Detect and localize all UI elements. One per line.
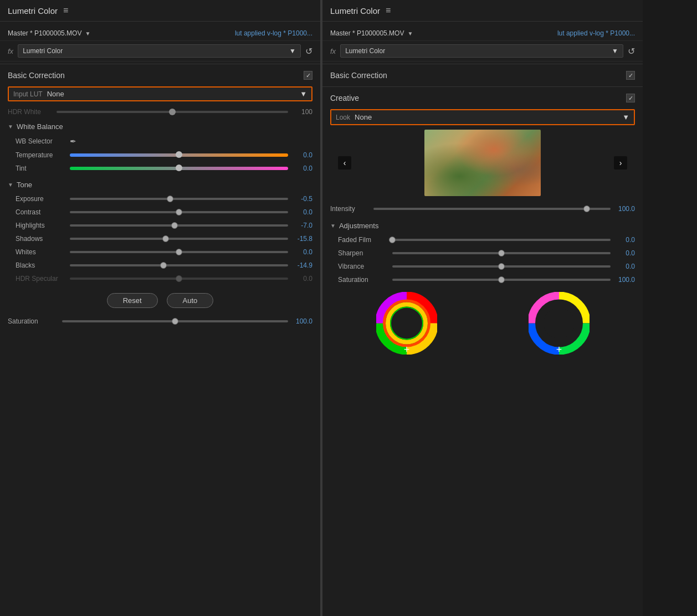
left-wb-selector-row: WB Selector ✒ [0,134,320,148]
left-clip-name: Master * P1000005.MOV [8,29,81,37]
left-hdr-white-slider[interactable] [57,111,288,113]
left-basic-correction-title: Basic Correction [8,71,65,80]
left-hdr-specular-value: 0.0 [293,275,312,283]
right-look-dropdown[interactable]: None ▼ [355,113,629,121]
left-whites-value: 0.0 [293,248,312,256]
left-tint-slider[interactable] [70,167,288,170]
right-look-row: Look None ▼ [330,109,635,125]
left-fx-label: fx [8,47,13,55]
right-sharpen-thumb[interactable] [498,250,505,256]
right-sharpen-slider[interactable] [392,252,611,254]
left-eyedropper-icon[interactable]: ✒ [70,137,76,146]
left-tone-header[interactable]: ▼ Tone [0,177,320,192]
right-preview-container: ‹ › [330,130,635,196]
left-reset-button[interactable]: Reset [107,293,158,308]
left-shadows-row: Shadows -15.8 [0,232,320,245]
right-panel: Lumetri Color ≡ Master * P1000005.MOV ▼ … [321,0,643,616]
right-faded-film-slider[interactable] [392,239,611,241]
left-basic-correction-checkbox[interactable] [304,71,312,80]
right-vibrance-value: 0.0 [615,263,635,270]
right-look-arrow: ▼ [622,113,629,121]
left-contrast-row: Contrast 0.0 [0,206,320,219]
right-intensity-label: Intensity [330,205,369,213]
left-blacks-value: -14.9 [293,261,312,269]
left-highlights-thumb[interactable] [171,222,178,229]
left-shadows-slider[interactable] [70,238,288,240]
right-saturation-label: Saturation [338,276,388,284]
right-vibrance-thumb[interactable] [498,263,505,270]
right-clip-name: Master * P1000005.MOV [330,29,404,37]
left-temperature-slider[interactable] [70,153,288,157]
right-color-wheel-1-container: + [376,292,437,355]
left-fx-reset-icon[interactable]: ↺ [305,46,312,57]
left-hdr-specular-thumb [176,275,182,282]
right-adjustments-header[interactable]: ▼ Adjustments [322,218,643,233]
right-prev-arrow[interactable]: ‹ [338,156,351,170]
right-clip-effect[interactable]: lut applied v-log * P1000... [557,29,635,37]
left-saturation-label: Saturation [8,317,58,325]
right-faded-film-thumb[interactable] [389,237,396,243]
left-shadows-thumb[interactable] [162,235,169,242]
right-saturation-value: 100.0 [615,276,635,284]
left-hdr-white-thumb[interactable] [169,109,176,115]
right-panel-title: Lumetri Color [330,6,380,16]
left-fx-dropdown[interactable]: Lumetri Color ▼ [18,44,301,58]
right-color-wheel-2[interactable]: + [529,292,590,355]
left-whites-label: Whites [16,248,65,256]
left-contrast-slider[interactable] [70,211,288,213]
left-input-lut-row: Input LUT None ▼ [8,86,312,101]
left-panel-content: Master * P1000005.MOV ▼ lut applied v-lo… [0,22,320,616]
left-white-balance-title: White Balance [17,122,63,131]
right-vibrance-slider[interactable] [392,265,611,268]
left-input-lut-dropdown[interactable]: None ▼ [47,90,307,98]
left-temperature-thumb[interactable] [176,151,182,158]
left-temperature-label: Temperature [16,151,65,159]
right-saturation-thumb[interactable] [498,276,505,283]
left-saturation-slider[interactable] [62,320,288,322]
left-whites-thumb[interactable] [176,249,182,255]
right-saturation-slider[interactable] [392,279,611,281]
left-menu-icon[interactable]: ≡ [63,6,68,16]
right-fx-dropdown[interactable]: Lumetri Color ▼ [340,44,623,58]
right-intensity-value: 100.0 [615,205,635,213]
right-clip-dropdown-icon[interactable]: ▼ [407,30,413,37]
left-exposure-thumb[interactable] [167,196,173,202]
left-clip-dropdown-icon[interactable]: ▼ [85,30,90,37]
left-saturation-thumb[interactable] [172,318,178,325]
right-divider-1 [322,64,643,64]
left-tint-value: 0.0 [293,165,312,172]
right-creative-checkbox[interactable] [626,94,635,102]
right-next-arrow[interactable]: › [614,156,627,170]
left-blacks-slider[interactable] [70,264,288,266]
left-contrast-thumb[interactable] [176,209,182,215]
right-intensity-slider[interactable] [373,208,611,210]
left-basic-correction-header: Basic Correction [0,66,320,84]
left-tint-thumb[interactable] [176,165,182,171]
left-shadows-label: Shadows [16,235,65,243]
left-blacks-thumb[interactable] [160,262,167,269]
right-menu-icon[interactable]: ≡ [386,6,391,16]
left-clip-effect[interactable]: lut applied v-log * P1000... [235,29,312,37]
left-fx-dropdown-arrow: ▼ [289,47,296,55]
left-highlights-slider[interactable] [70,224,288,227]
left-exposure-slider[interactable] [70,198,288,200]
right-sharpen-row: Sharpen 0.0 [322,247,643,260]
left-exposure-label: Exposure [16,195,65,203]
right-basic-correction-checkbox[interactable] [626,71,635,80]
left-white-balance-header[interactable]: ▼ White Balance [0,119,320,134]
right-color-wheel-1[interactable]: + [376,292,437,355]
left-blacks-label: Blacks [16,261,65,269]
right-intensity-thumb[interactable] [583,206,590,212]
right-fx-dropdown-arrow: ▼ [612,47,618,55]
svg-point-8 [544,308,575,339]
left-whites-slider[interactable] [70,251,288,253]
left-highlights-value: -7.0 [293,222,312,229]
right-fx-reset-icon[interactable]: ↺ [628,46,635,57]
right-vibrance-row: Vibrance 0.0 [322,260,643,273]
right-basic-correction-title: Basic Correction [330,71,387,80]
left-hdr-white-label: HDR White [8,108,52,116]
right-saturation-row: Saturation 100.0 [322,273,643,286]
right-faded-film-value: 0.0 [615,236,635,244]
left-auto-button[interactable]: Auto [167,293,214,308]
right-faded-film-row: Faded Film 0.0 [322,233,643,247]
